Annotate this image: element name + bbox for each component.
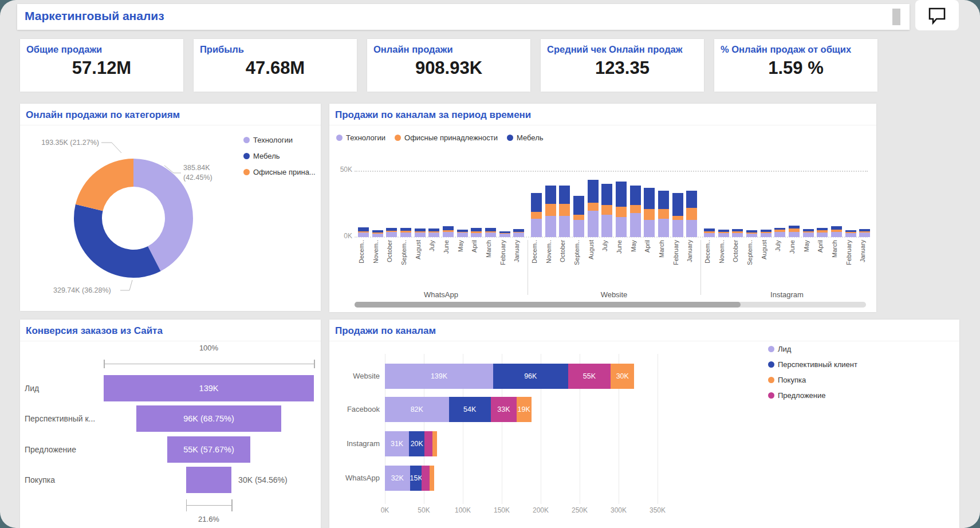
bar-segment-Instagram-April-office[interactable] bbox=[817, 230, 828, 232]
bar-segment-Website-March-technology[interactable] bbox=[658, 219, 669, 237]
bar-segment-Website-January-technology[interactable] bbox=[686, 220, 697, 237]
bar-segment-WhatsApp-June-furniture[interactable] bbox=[443, 226, 454, 230]
bar-segment-Instagram-May-technology[interactable] bbox=[803, 233, 814, 237]
bar-segment-Website-February-furniture[interactable] bbox=[672, 193, 683, 215]
title-scrollbar[interactable] bbox=[892, 9, 900, 25]
bar-segment-WhatsApp-Septem..-furniture[interactable] bbox=[400, 228, 411, 231]
bar-segment-WhatsApp-October-furniture[interactable] bbox=[386, 228, 397, 231]
bar-segment-Instagram-June-furniture[interactable] bbox=[789, 226, 800, 228]
bar-segment-Website-January-furniture[interactable] bbox=[686, 191, 697, 208]
bar-segment-Website-October-technology[interactable] bbox=[559, 216, 570, 237]
bar-segment-WhatsApp-July-furniture[interactable] bbox=[428, 228, 439, 231]
comment-button[interactable] bbox=[915, 0, 959, 30]
bar-segment-Instagram-February-office[interactable] bbox=[845, 232, 856, 233]
bar-segment-Instagram-Decem..-furniture[interactable] bbox=[704, 228, 715, 231]
bar-segment-Website-June-technology[interactable] bbox=[616, 217, 627, 237]
bar-segment-Instagram-October-technology[interactable] bbox=[732, 233, 743, 237]
bar-segment-Website-May-technology[interactable] bbox=[630, 213, 641, 237]
bar-segment-WhatsApp-May-furniture[interactable] bbox=[457, 230, 468, 231]
bar-segment-Website-Decem..-technology[interactable] bbox=[531, 219, 542, 237]
bar-segment-Website-Septem..-office[interactable] bbox=[573, 215, 584, 220]
bar-segment-WhatsApp-February-office[interactable] bbox=[499, 233, 510, 234]
hbar-legend-item-2[interactable]: Покупка bbox=[768, 376, 857, 384]
bar-segment-WhatsApp-April-furniture[interactable] bbox=[471, 228, 482, 231]
bar-segment-Instagram-Decem..-technology[interactable] bbox=[704, 233, 715, 237]
bar-segment-WhatsApp-June-technology[interactable] bbox=[443, 232, 454, 237]
bar-segment-Instagram-January-office[interactable] bbox=[859, 231, 870, 233]
kpi-card-4[interactable]: % Онлайн продаж от общих1.59 % bbox=[714, 39, 877, 92]
hbar-legend-item-0[interactable]: Лид bbox=[768, 345, 857, 353]
stacked-legend-item-1[interactable]: Офисные принадлежности bbox=[395, 133, 498, 142]
bar-segment-WhatsApp-Septem..-technology[interactable] bbox=[400, 233, 411, 237]
bar-segment-Instagram-July-technology[interactable] bbox=[774, 232, 785, 237]
hbar-legend-item-3[interactable]: Предложение bbox=[768, 391, 857, 400]
bar-segment-WhatsApp-Decem..-technology[interactable] bbox=[358, 233, 369, 237]
bar-segment-Website-August-furniture[interactable] bbox=[588, 180, 599, 202]
bar-segment-Website-April-technology[interactable] bbox=[644, 220, 655, 237]
bar-segment-Website-July-office[interactable] bbox=[601, 205, 612, 214]
bar-segment-Instagram-Novem..-office[interactable] bbox=[718, 232, 729, 233]
bar-segment-Instagram-Novem..-furniture[interactable] bbox=[718, 230, 729, 232]
bar-segment-Instagram-Покупка[interactable] bbox=[432, 431, 437, 456]
bar-segment-Website-March-office[interactable] bbox=[658, 209, 669, 218]
bar-segment-WhatsApp-February-technology[interactable] bbox=[499, 234, 510, 237]
bar-segment-Instagram-August-technology[interactable] bbox=[761, 233, 772, 237]
bar-segment-WhatsApp-October-office[interactable] bbox=[386, 231, 397, 232]
bar-segment-Website-May-office[interactable] bbox=[630, 205, 641, 213]
kpi-card-3[interactable]: Средний чек Онлайн продаж123.35 bbox=[541, 39, 704, 92]
bar-segment-WhatsApp-October-technology[interactable] bbox=[386, 232, 397, 237]
bar-segment-Website-February-office[interactable] bbox=[672, 216, 683, 220]
bar-segment-WhatsApp-January-furniture[interactable] bbox=[513, 229, 524, 232]
bar-segment-Instagram-October-furniture[interactable] bbox=[732, 229, 743, 231]
bar-segment-Website-January-office[interactable] bbox=[686, 208, 697, 220]
bar-segment-Website-Novem..-technology[interactable] bbox=[545, 216, 556, 237]
bar-segment-WhatsApp-January-office[interactable] bbox=[513, 232, 524, 233]
bar-segment-WhatsApp-Покупка[interactable] bbox=[430, 466, 434, 491]
bar-segment-Website-February-technology[interactable] bbox=[672, 220, 683, 237]
bar-segment-Instagram-Septem..-technology[interactable] bbox=[746, 234, 757, 237]
bar-segment-WhatsApp-Decem..-furniture[interactable] bbox=[358, 227, 369, 231]
bar-segment-Website-Novem..-office[interactable] bbox=[545, 204, 556, 216]
donut-legend-item-1[interactable]: Мебель bbox=[243, 152, 316, 160]
bar-segment-WhatsApp-July-technology[interactable] bbox=[428, 233, 439, 237]
bar-segment-Website-July-technology[interactable] bbox=[601, 215, 612, 237]
kpi-card-0[interactable]: Общие продажи57.12M bbox=[20, 39, 183, 92]
bar-segment-WhatsApp-February-furniture[interactable] bbox=[499, 231, 510, 233]
bar-segment-Website-June-furniture[interactable] bbox=[616, 182, 627, 207]
bar-segment-Instagram-October-office[interactable] bbox=[732, 231, 743, 233]
bar-segment-Instagram-Septem..-furniture[interactable] bbox=[746, 230, 757, 233]
bar-segment-Instagram-March-office[interactable] bbox=[831, 230, 842, 231]
donut-slice-Офисные принадлежности[interactable] bbox=[76, 159, 133, 211]
bar-segment-Website-Decem..-furniture[interactable] bbox=[531, 193, 542, 211]
bar-segment-WhatsApp-Novem..-office[interactable] bbox=[372, 233, 383, 233]
bar-segment-Website-June-office[interactable] bbox=[616, 207, 627, 218]
bar-segment-WhatsApp-June-office[interactable] bbox=[443, 230, 454, 231]
bar-segment-WhatsApp-May-technology[interactable] bbox=[457, 233, 468, 237]
bar-segment-WhatsApp-April-technology[interactable] bbox=[471, 233, 482, 237]
donut-legend-item-0[interactable]: Технологии bbox=[243, 136, 316, 144]
bar-segment-Website-October-office[interactable] bbox=[559, 204, 570, 216]
bar-segment-WhatsApp-March-technology[interactable] bbox=[485, 233, 496, 237]
bar-segment-Instagram-August-furniture[interactable] bbox=[761, 230, 772, 231]
bar-segment-Instagram-April-furniture[interactable] bbox=[817, 228, 828, 231]
bar-segment-WhatsApp-August-technology[interactable] bbox=[415, 233, 426, 237]
bar-segment-Instagram-April-technology[interactable] bbox=[817, 233, 828, 237]
bar-segment-WhatsApp-March-furniture[interactable] bbox=[485, 228, 496, 231]
kpi-card-2[interactable]: Онлайн продажи908.93K bbox=[367, 39, 530, 92]
bar-segment-Instagram-Decem..-office[interactable] bbox=[704, 231, 715, 233]
scrollbar-thumb[interactable] bbox=[355, 302, 741, 308]
stacked-legend-item-2[interactable]: Мебель bbox=[507, 133, 544, 142]
funnel-bar-3[interactable] bbox=[186, 467, 231, 493]
bar-segment-Website-May-furniture[interactable] bbox=[630, 186, 641, 206]
bar-segment-Instagram-June-office[interactable] bbox=[789, 228, 800, 232]
bar-segment-Website-Septem..-furniture[interactable] bbox=[573, 196, 584, 214]
bar-segment-Website-Decem..-office[interactable] bbox=[531, 212, 542, 219]
bar-segment-Instagram-February-furniture[interactable] bbox=[845, 230, 856, 232]
bar-segment-Website-October-furniture[interactable] bbox=[559, 186, 570, 204]
donut-legend-item-2[interactable]: Офисные прина... bbox=[243, 168, 316, 176]
bar-segment-Website-March-furniture[interactable] bbox=[658, 191, 669, 209]
bar-segment-WhatsApp-Novem..-technology[interactable] bbox=[372, 234, 383, 237]
bar-segment-WhatsApp-August-office[interactable] bbox=[415, 231, 426, 233]
bar-segment-WhatsApp-August-furniture[interactable] bbox=[415, 228, 426, 232]
bar-segment-WhatsApp-April-office[interactable] bbox=[471, 231, 482, 233]
